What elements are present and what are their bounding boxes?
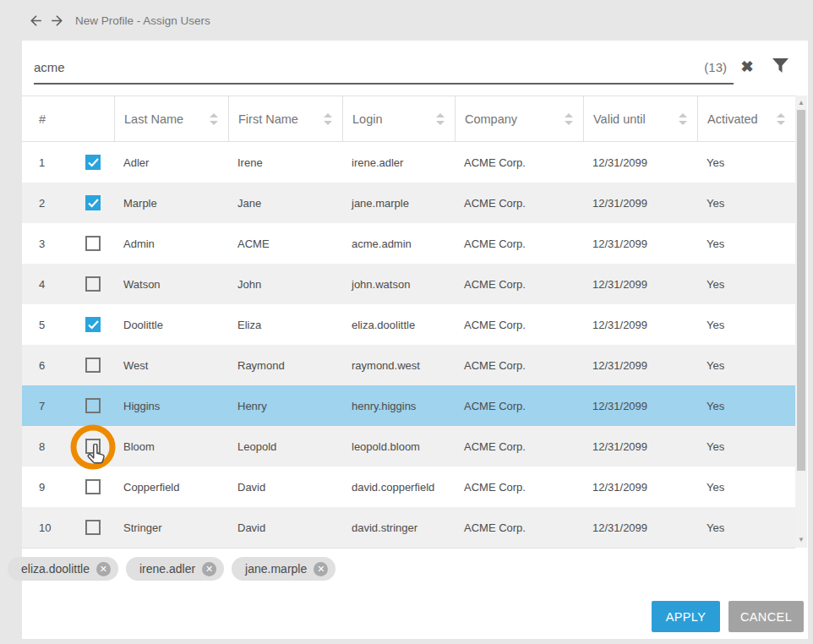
chip-remove-icon[interactable]: ✕ bbox=[96, 562, 111, 576]
chip-label: jane.marple bbox=[245, 562, 307, 576]
cell-activated: Yes bbox=[697, 304, 795, 345]
row-number: 8 bbox=[39, 440, 45, 453]
cell-activated: Yes bbox=[697, 183, 795, 223]
cell-last-name: Marple bbox=[114, 183, 228, 223]
sort-icon[interactable] bbox=[777, 113, 785, 125]
cell-login: david.stringer bbox=[342, 507, 455, 548]
cell-valid-until: 12/31/2099 bbox=[583, 426, 697, 467]
table-row[interactable]: 9CopperfieldDaviddavid.copperfieldACME C… bbox=[22, 467, 795, 507]
back-arrow-icon[interactable] bbox=[28, 13, 44, 29]
cell-last-name: Stringer bbox=[114, 507, 228, 548]
cell-valid-until: 12/31/2099 bbox=[583, 223, 697, 264]
forward-arrow-icon[interactable] bbox=[49, 13, 65, 29]
table-row[interactable]: 1AdlerIreneirene.adlerACME Corp.12/31/20… bbox=[22, 142, 795, 183]
row-checkbox-checked[interactable] bbox=[85, 155, 101, 170]
apply-button[interactable]: APPLY bbox=[652, 601, 720, 632]
cell-first-name: Eliza bbox=[228, 304, 342, 345]
sort-icon[interactable] bbox=[210, 113, 218, 125]
row-checkbox[interactable] bbox=[85, 398, 101, 413]
column-header-company[interactable]: Company bbox=[455, 96, 583, 141]
cell-login: eliza.doolittle bbox=[342, 304, 455, 345]
cell-company: ACME Corp. bbox=[455, 345, 583, 385]
cell-company: ACME Corp. bbox=[455, 142, 583, 183]
cell-login: henry.higgins bbox=[342, 385, 455, 426]
cell-first-name: David bbox=[228, 467, 342, 507]
sort-icon[interactable] bbox=[436, 113, 445, 125]
cell-last-name: Adler bbox=[114, 142, 228, 183]
table-row[interactable]: 5DoolittleElizaeliza.doolittleACME Corp.… bbox=[22, 304, 795, 345]
column-header-valid-until[interactable]: Valid until bbox=[583, 96, 697, 141]
cell-valid-until: 12/31/2099 bbox=[583, 385, 697, 426]
cell-first-name: David bbox=[228, 507, 342, 548]
table-scrollbar[interactable]: ▲ ▼ bbox=[795, 96, 807, 548]
table-row[interactable]: 4WatsonJohnjohn.watsonACME Corp.12/31/20… bbox=[22, 264, 795, 304]
cell-first-name: ACME bbox=[228, 223, 342, 264]
row-checkbox-checked[interactable] bbox=[85, 195, 101, 210]
result-count: (13) bbox=[704, 60, 727, 74]
row-number: 9 bbox=[39, 481, 45, 494]
table-row[interactable]: 10StringerDaviddavid.stringerACME Corp.1… bbox=[22, 507, 795, 548]
cell-activated: Yes bbox=[697, 385, 795, 426]
table-row[interactable]: 7HigginsHenryhenry.higginsACME Corp.12/3… bbox=[22, 385, 795, 426]
cell-login: raymond.west bbox=[342, 345, 455, 385]
column-header-activated[interactable]: Activated bbox=[697, 96, 795, 141]
row-checkbox[interactable] bbox=[85, 479, 101, 494]
cell-company: ACME Corp. bbox=[455, 507, 583, 548]
search-field: (13) bbox=[34, 51, 734, 85]
row-checkbox[interactable] bbox=[85, 520, 101, 535]
row-checkbox[interactable] bbox=[85, 276, 101, 292]
row-checkbox[interactable] bbox=[85, 439, 101, 454]
row-index-cell: 3 bbox=[22, 223, 114, 264]
selected-user-chip: eliza.doolittle✕ bbox=[8, 557, 118, 581]
row-checkbox-checked[interactable] bbox=[85, 317, 101, 332]
cell-last-name: Bloom bbox=[114, 426, 228, 467]
row-number: 10 bbox=[39, 521, 51, 534]
row-checkbox[interactable] bbox=[85, 357, 101, 373]
cell-login: jane.marple bbox=[342, 183, 455, 223]
table-row[interactable]: 2MarpleJanejane.marpleACME Corp.12/31/20… bbox=[22, 183, 795, 223]
cell-valid-until: 12/31/2099 bbox=[583, 264, 697, 304]
selected-user-chip: irene.adler✕ bbox=[126, 557, 224, 581]
cell-last-name: Watson bbox=[114, 264, 228, 304]
column-header-login[interactable]: Login bbox=[342, 96, 455, 141]
scrollbar-thumb[interactable] bbox=[797, 110, 805, 471]
table-row[interactable]: 6WestRaymondraymond.westACME Corp.12/31/… bbox=[22, 345, 795, 385]
cell-last-name: Copperfield bbox=[114, 467, 228, 507]
row-number: 4 bbox=[39, 278, 45, 291]
column-header-first-name[interactable]: First Name bbox=[228, 96, 342, 141]
row-index-cell: 1 bbox=[22, 142, 114, 183]
cell-activated: Yes bbox=[697, 264, 795, 304]
cell-first-name: Leopold bbox=[228, 426, 342, 467]
cell-last-name: Admin bbox=[114, 223, 228, 264]
row-number: 3 bbox=[39, 237, 45, 250]
cancel-button[interactable]: CANCEL bbox=[728, 601, 804, 632]
row-checkbox[interactable] bbox=[85, 236, 101, 251]
chip-remove-icon[interactable]: ✕ bbox=[314, 562, 328, 576]
table-row[interactable]: 3AdminACMEacme.adminACME Corp.12/31/2099… bbox=[22, 223, 795, 264]
sort-icon[interactable] bbox=[324, 113, 332, 125]
cell-company: ACME Corp. bbox=[455, 304, 583, 345]
cell-company: ACME Corp. bbox=[455, 426, 583, 467]
row-index-cell: 2 bbox=[22, 183, 114, 223]
cell-company: ACME Corp. bbox=[455, 223, 583, 264]
cell-activated: Yes bbox=[697, 142, 795, 183]
row-index-cell: 10 bbox=[22, 507, 114, 548]
cell-company: ACME Corp. bbox=[455, 385, 583, 426]
cell-activated: Yes bbox=[697, 426, 795, 467]
filter-funnel-icon[interactable] bbox=[772, 58, 789, 74]
clear-filter-icon[interactable]: ✖ bbox=[738, 57, 756, 76]
chip-remove-icon[interactable]: ✕ bbox=[202, 562, 216, 576]
scroll-down-icon[interactable]: ▼ bbox=[795, 534, 807, 546]
cell-login: david.copperfield bbox=[342, 467, 455, 507]
sort-icon[interactable] bbox=[679, 113, 687, 125]
search-input[interactable] bbox=[34, 60, 704, 74]
row-index-cell: 4 bbox=[22, 264, 114, 304]
sort-icon[interactable] bbox=[565, 113, 573, 125]
column-header-last-name[interactable]: Last Name bbox=[114, 96, 228, 141]
table-body: 1AdlerIreneirene.adlerACME Corp.12/31/20… bbox=[22, 142, 795, 548]
table-row[interactable]: 8BloomLeopoldleopold.bloomACME Corp.12/3… bbox=[22, 426, 795, 467]
scroll-up-icon[interactable]: ▲ bbox=[795, 97, 807, 109]
table-header-row: #Last NameFirst NameLoginCompanyValid un… bbox=[22, 96, 795, 142]
row-number: 6 bbox=[39, 359, 45, 372]
cell-first-name: Irene bbox=[228, 142, 342, 183]
